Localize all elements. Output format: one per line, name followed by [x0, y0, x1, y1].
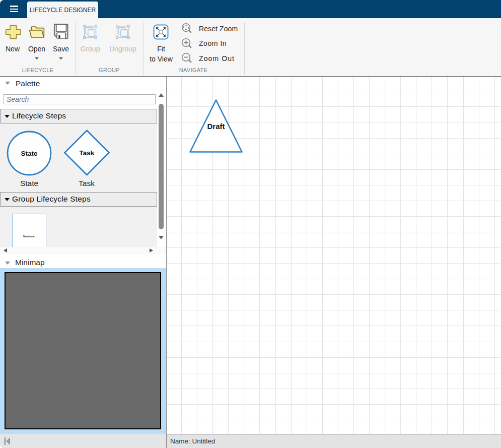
svg-text:Task: Task [80, 149, 95, 157]
svg-text:Draft: Draft [207, 122, 225, 131]
svg-text:State: State [21, 150, 38, 157]
